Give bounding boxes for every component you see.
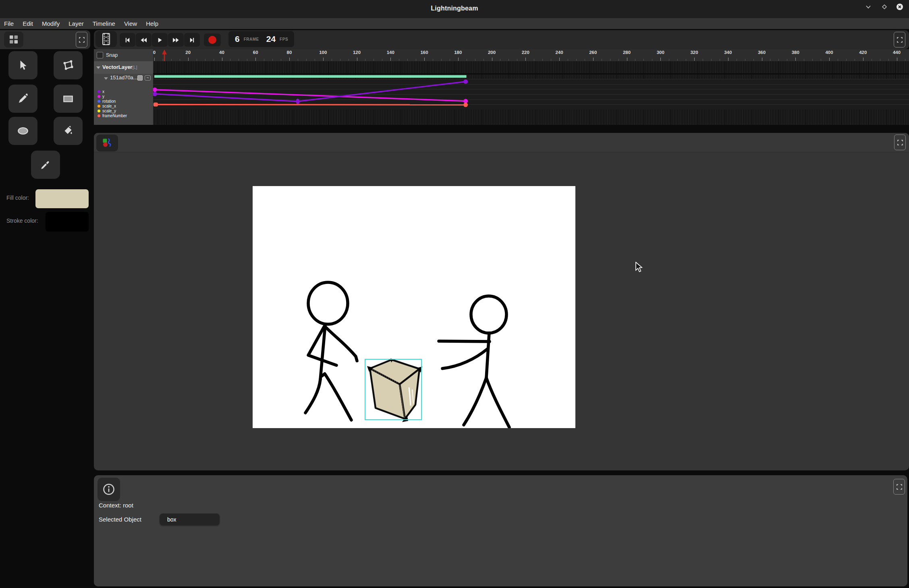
property-row-scale_y[interactable]: scale_y (94, 108, 153, 113)
expand-icon (897, 484, 902, 490)
frame-cells-row[interactable] (153, 110, 909, 125)
fps-unit-label: FPS (280, 37, 288, 41)
film-button[interactable] (95, 31, 117, 47)
close-button[interactable] (896, 3, 904, 11)
menu-item-timeline[interactable]: Timeline (93, 20, 115, 27)
timeline-tracks[interactable]: 0204060801001201401601802002202402602803… (153, 49, 909, 125)
menu-item-modify[interactable]: Modify (42, 20, 60, 27)
fast-forward-button[interactable] (168, 33, 184, 47)
ruler-label: 440 (893, 50, 901, 55)
property-color-dot (98, 105, 100, 108)
inspector-expand-button[interactable] (893, 479, 905, 495)
panel-grid-button[interactable] (4, 31, 23, 48)
mouse-cursor (635, 262, 643, 273)
select-cursor-icon (17, 59, 29, 71)
record-button[interactable] (204, 33, 221, 46)
property-row-rotation[interactable]: rotation (94, 99, 153, 104)
ruler-tick (745, 59, 745, 61)
menu-item-edit[interactable]: Edit (23, 20, 33, 27)
stage[interactable] (253, 186, 575, 428)
property-row-y[interactable]: y (94, 94, 153, 99)
shapes-button[interactable] (96, 135, 118, 151)
ruler-tick (323, 58, 324, 61)
collapse-triangle-icon[interactable] (96, 66, 100, 69)
wave-toggle-button[interactable]: ~ (145, 75, 151, 81)
play-button[interactable] (152, 33, 168, 47)
property-row-frameNumber[interactable]: frameNumber (94, 114, 153, 118)
minimize-button[interactable] (864, 3, 872, 11)
ruler-tick (416, 59, 416, 61)
ruler-tick (753, 59, 754, 61)
ruler-tick (737, 59, 737, 61)
ruler-tick (492, 58, 492, 61)
collapse-triangle-icon[interactable] (104, 77, 108, 80)
box-object[interactable] (365, 358, 422, 422)
expand-icon (897, 140, 903, 145)
shapes-icon (102, 138, 112, 148)
rewind-button[interactable] (136, 33, 152, 47)
ruler-tick (382, 59, 382, 61)
ruler-tick (450, 59, 450, 61)
fps-value[interactable]: 24 (266, 34, 276, 44)
property-color-dot (98, 95, 100, 98)
stroke-color-label: Stroke color: (6, 217, 38, 224)
ruler-tick (205, 59, 205, 61)
context-text: Context: root (99, 502, 133, 509)
curve-area[interactable] (153, 79, 909, 110)
fill-color-swatch[interactable] (35, 189, 89, 208)
select-tool-button[interactable] (8, 51, 37, 79)
rewind-icon (140, 37, 147, 43)
timeline-ruler[interactable]: 0204060801001201401601802002202402602803… (153, 49, 909, 61)
paint-bucket-icon (62, 125, 74, 137)
ruler-tick (365, 59, 365, 61)
ruler-label: 240 (555, 50, 563, 55)
ruler-tick (214, 59, 214, 61)
eyedropper-tool-button[interactable] (31, 151, 60, 179)
toolbox-expand-button[interactable] (76, 32, 87, 48)
ruler-label: 20 (185, 50, 191, 55)
stick-figure-right[interactable] (439, 296, 509, 427)
frame-cells-row[interactable] (153, 61, 909, 79)
sublayer-name: 151ad70a... (110, 75, 138, 81)
property-row-x[interactable]: x (94, 89, 153, 94)
ruler-tick (593, 58, 594, 61)
transform-tool-button[interactable] (54, 51, 83, 79)
skip-to-end-button[interactable] (184, 33, 200, 47)
layer-name-text: VectorLayer (102, 64, 132, 70)
property-row-scale_x[interactable]: scale_x (94, 104, 153, 108)
layer-swatch-button[interactable] (137, 75, 143, 81)
ruler-label: 420 (859, 50, 867, 55)
ellipse-tool-button[interactable] (8, 117, 37, 145)
pencil-tool-button[interactable] (8, 85, 37, 113)
ruler-tick (264, 59, 264, 61)
canvas-expand-button[interactable] (894, 135, 906, 150)
paint-bucket-tool-button[interactable] (54, 117, 83, 145)
layer-list: Snap VectorLayer[L] 151ad70a... ~ xyrota… (94, 49, 153, 125)
layer-row-vectorlayer[interactable]: VectorLayer[L] (94, 61, 153, 74)
ruler-tick (424, 58, 425, 61)
maximize-button[interactable] (880, 3, 888, 11)
snap-label: Snap (106, 52, 118, 58)
stick-figure-left[interactable] (305, 282, 357, 420)
current-frame-value[interactable]: 6 (235, 34, 240, 44)
ruler-label: 0 (153, 50, 156, 55)
ruler-tick (517, 59, 517, 61)
menu-item-help[interactable]: Help (146, 20, 158, 27)
ruler-tick (669, 59, 669, 61)
stroke-color-swatch[interactable] (46, 212, 89, 232)
playhead[interactable] (162, 49, 167, 62)
snap-checkbox[interactable] (97, 52, 103, 58)
menu-item-file[interactable]: File (4, 20, 14, 27)
menu-item-view[interactable]: View (124, 20, 137, 27)
ruler-label: 100 (319, 50, 327, 55)
menu-item-layer[interactable]: Layer (68, 20, 84, 27)
rectangle-tool-button[interactable] (54, 85, 83, 113)
info-button[interactable] (98, 478, 120, 501)
timeline-expand-button[interactable] (894, 32, 905, 48)
ruler-label: 80 (287, 50, 292, 55)
property-label: rotation (102, 99, 116, 104)
selected-object-field[interactable]: box (160, 513, 220, 525)
toolbox-header (0, 30, 90, 49)
ruler-tick (433, 59, 433, 61)
skip-to-start-button[interactable] (120, 33, 135, 47)
